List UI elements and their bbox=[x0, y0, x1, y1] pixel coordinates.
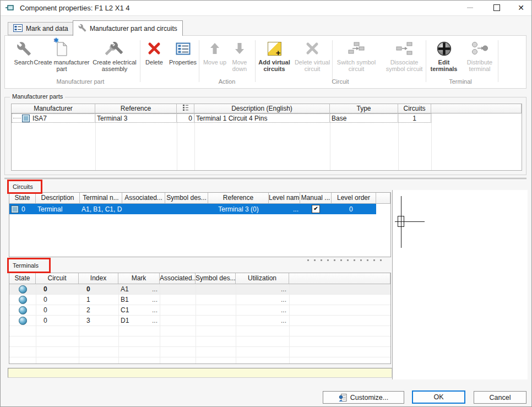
terminal-sphere-icon bbox=[19, 317, 27, 325]
terminals-annotation-box: Terminals bbox=[7, 258, 51, 273]
circuits-table: State Description Terminal n... Associat… bbox=[9, 192, 391, 257]
cell-mark: C1 ... bbox=[118, 305, 160, 315]
cell-state bbox=[9, 305, 36, 315]
column-header-reference[interactable]: Reference bbox=[208, 193, 269, 204]
column-header-manufacturer[interactable]: Manufacturer bbox=[12, 104, 95, 113]
delete-label: Delete bbox=[145, 59, 163, 66]
terminal-sphere-icon bbox=[19, 306, 27, 314]
cell-circuit: 0 bbox=[36, 295, 79, 305]
toolbar-separator bbox=[426, 40, 426, 82]
column-header-symbol-des[interactable]: Symbol des... bbox=[196, 273, 236, 284]
customize-button[interactable]: Customize... bbox=[323, 391, 404, 404]
delete-button[interactable]: Delete bbox=[142, 39, 167, 74]
minimize-button[interactable] bbox=[462, 0, 478, 15]
switch-symbol-circuit-label: Switch symbol circuit bbox=[333, 59, 379, 72]
circuits-annotation-box: Circuits bbox=[7, 180, 42, 194]
cell-circuit: 0 bbox=[36, 305, 79, 315]
cell-description: Terminal 1 Circuit 4 Pins bbox=[194, 113, 330, 123]
close-button[interactable]: ✕ bbox=[512, 0, 530, 15]
mark-ellipsis-button[interactable]: ... bbox=[152, 295, 158, 305]
utilization-ellipsis-button[interactable]: ... bbox=[236, 284, 289, 294]
cell-index: 1 bbox=[79, 295, 118, 305]
maximize-icon bbox=[493, 4, 500, 11]
delete-virtual-circuit-button: Delete virtual circuit bbox=[292, 39, 332, 74]
terminal-row[interactable]: 0 1 B1 ... ... bbox=[9, 295, 390, 305]
terminal-sphere-icon bbox=[19, 296, 27, 304]
column-header-manual[interactable]: Manual ... bbox=[300, 193, 332, 204]
column-header-circuit[interactable]: Circuit bbox=[36, 273, 79, 284]
properties-button[interactable]: Properties bbox=[167, 39, 199, 74]
maximize-button[interactable] bbox=[488, 0, 506, 15]
column-header-description[interactable]: Description (English) bbox=[194, 104, 330, 113]
column-header-utilization[interactable]: Utilization bbox=[236, 273, 289, 284]
utilization-ellipsis-button[interactable]: ... bbox=[236, 295, 289, 305]
column-header-associated[interactable]: Associated... bbox=[160, 273, 196, 284]
tab-mark-and-data[interactable]: Mark and data bbox=[8, 22, 74, 35]
circuits-section-label: Circuits bbox=[13, 183, 33, 190]
terminal-row[interactable]: 0 2 C1 ... ... bbox=[9, 305, 390, 316]
status-input[interactable] bbox=[8, 368, 392, 378]
distribute-terminal-icon bbox=[471, 39, 488, 58]
cancel-button[interactable]: Cancel bbox=[474, 391, 526, 404]
cell-index: 0 bbox=[79, 284, 118, 294]
group-label-terminal: Terminal bbox=[422, 78, 499, 86]
column-header-mark[interactable]: Mark bbox=[118, 273, 160, 284]
create-electrical-assembly-button[interactable]: Create electrical assembly bbox=[88, 39, 142, 74]
manufacturer-parts-table: Manufacturer Reference Description (Engl… bbox=[11, 104, 522, 171]
utilization-ellipsis-button[interactable]: ... bbox=[236, 316, 289, 325]
arrow-down-icon bbox=[234, 39, 246, 58]
empty-row bbox=[9, 337, 390, 347]
edit-terminals-button[interactable]: Edit terminals bbox=[427, 39, 461, 74]
cell-state bbox=[9, 284, 36, 294]
horizontal-splitter[interactable] bbox=[4, 178, 526, 181]
symbol-preview-pane bbox=[393, 190, 528, 379]
manual-checkbox[interactable]: ✔ bbox=[312, 205, 320, 213]
mark-ellipsis-button[interactable]: ... bbox=[152, 306, 158, 315]
column-header-index[interactable]: Index bbox=[79, 273, 118, 284]
ok-button[interactable]: OK bbox=[412, 390, 465, 404]
toolbar-separator bbox=[498, 40, 498, 82]
move-down-label: Move down bbox=[227, 59, 252, 72]
utilization-ellipsis-button[interactable]: ... bbox=[236, 305, 289, 315]
column-header-description[interactable]: Description bbox=[36, 193, 80, 204]
cell-state bbox=[9, 316, 36, 325]
ok-label: OK bbox=[433, 393, 443, 401]
splitter-dots-handle[interactable] bbox=[307, 259, 384, 261]
component-app-icon bbox=[6, 4, 15, 11]
column-header-type[interactable]: Type bbox=[330, 104, 398, 113]
cell-index: 2 bbox=[79, 305, 118, 315]
mark-ellipsis-button[interactable]: ... bbox=[152, 316, 158, 325]
column-header-reference[interactable]: Reference bbox=[95, 104, 177, 113]
column-header-symbol-des[interactable]: Symbol des... bbox=[165, 193, 208, 204]
create-manufacturer-part-button[interactable]: ✱ Create manufacturer part bbox=[31, 39, 92, 74]
level-name-ellipsis-button[interactable]: ... bbox=[269, 204, 300, 214]
move-up-label: Move up bbox=[203, 59, 226, 66]
manufacturer-part-row[interactable]: ISA7 Terminal 3 0 Terminal 1 Circuit 4 P… bbox=[12, 113, 522, 123]
tab-mark-and-data-label: Mark and data bbox=[26, 25, 68, 32]
column-header-associated[interactable]: Associated... bbox=[122, 193, 165, 204]
column-header-terminal-n[interactable]: Terminal n... bbox=[80, 193, 122, 204]
add-virtual-circuits-button[interactable]: + Add virtual circuits bbox=[257, 39, 291, 74]
column-header-state[interactable]: State bbox=[9, 273, 36, 284]
wrench-icon bbox=[78, 24, 86, 34]
tab-manufacturer-part-and-circuits[interactable]: Manufacturer part and circuits bbox=[73, 20, 183, 36]
distribute-terminal-button: Distribute terminal bbox=[461, 39, 498, 74]
edit-terminals-icon bbox=[436, 39, 452, 58]
column-header-level-name[interactable]: Level name bbox=[269, 193, 300, 204]
column-header-state[interactable]: State bbox=[9, 193, 36, 204]
circuit-row-selected[interactable]: 0 Terminal A1, B1, C1, D1 Terminal 3 (0)… bbox=[9, 204, 376, 214]
terminal-row[interactable]: 0 3 D1 ... ... bbox=[9, 316, 390, 326]
properties-label: Properties bbox=[169, 59, 197, 66]
terminal-row[interactable]: 0 0 A1 ... ... bbox=[9, 284, 390, 295]
cell-mark: B1 ... bbox=[118, 295, 160, 305]
column-header-sort-order[interactable] bbox=[177, 104, 194, 113]
mark-ellipsis-button[interactable]: ... bbox=[152, 285, 158, 294]
cell-filler bbox=[289, 316, 390, 325]
mark-value: C1 bbox=[121, 306, 129, 315]
new-star-icon: ✱ bbox=[53, 37, 58, 44]
column-header-circuits[interactable]: Circuits bbox=[398, 104, 431, 113]
column-header-level-order[interactable]: Level order bbox=[332, 193, 376, 204]
cell-state bbox=[9, 295, 36, 305]
cell-symbol-des bbox=[196, 295, 236, 305]
cell-order: 0 bbox=[177, 113, 194, 123]
